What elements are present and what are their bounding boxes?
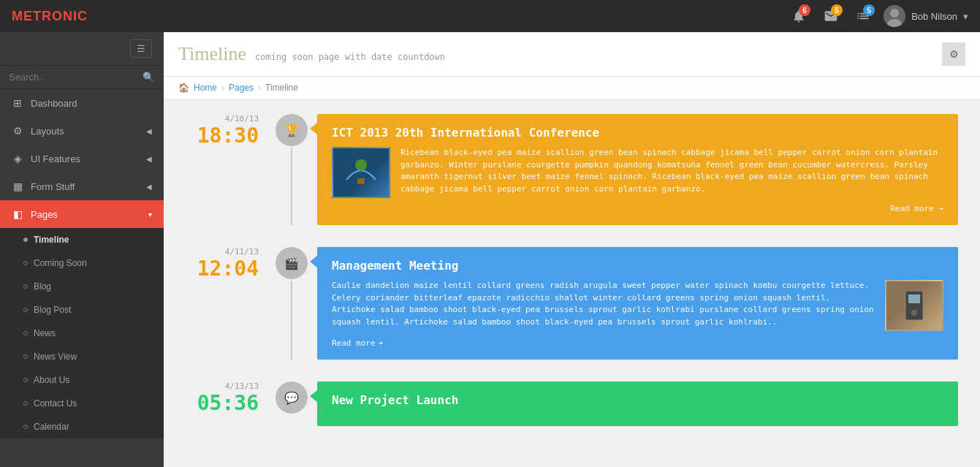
content-area: Timeline coming soon page with date coun…	[164, 32, 980, 467]
card-body-1: Ricebean black-eyed pea maize scallion g…	[332, 147, 943, 198]
user-dropdown-arrow: ▾	[963, 11, 968, 22]
vline-2	[291, 281, 292, 360]
dashboard-icon: ⊞	[12, 97, 23, 109]
search-input[interactable]	[9, 72, 138, 83]
breadcrumb-home[interactable]: Home	[194, 83, 217, 93]
read-more-1[interactable]: Read more ➔	[332, 204, 943, 213]
timeline-time-3: 05:36	[186, 391, 259, 415]
sidebar-item-form-stuff[interactable]: ▦ Form Stuff ◀	[0, 172, 164, 200]
card-arrow-2	[310, 256, 317, 267]
svg-rect-4	[357, 178, 365, 184]
submenu-about-us[interactable]: About Us	[0, 368, 164, 392]
sidebar-item-layouts[interactable]: ⚙ Layouts ◀	[0, 117, 164, 145]
submenu-label: About Us	[34, 375, 69, 385]
topbar: METRONIC 6 5 5 Bob Nilson	[0, 0, 980, 32]
timeline-left-1: 4/10/13 18:30	[186, 114, 273, 225]
pages-submenu: Timeline Coming Soon Blog Blog Post News…	[0, 228, 164, 438]
mail-badge: 5	[831, 4, 843, 16]
dot-icon	[23, 284, 28, 289]
dot-icon	[23, 378, 28, 382]
main-layout: ☰ 🔍 ⊞ Dashboard ⚙ Layouts ◀ ◈ UI Feature…	[0, 32, 980, 467]
submenu-blog-post[interactable]: Blog Post	[0, 298, 164, 322]
search-icon: 🔍	[143, 72, 155, 83]
card-text-2: Caulie dandelion maize lentil collard gr…	[332, 280, 875, 331]
submenu-label: Blog	[34, 281, 51, 292]
timeline-date-2: 4/11/13	[186, 247, 259, 257]
notification-list[interactable]: 5	[851, 4, 875, 28]
submenu-label: News View	[34, 352, 77, 362]
pages-arrow: ▾	[148, 210, 152, 219]
username: Bob Nilson	[911, 11, 957, 22]
brand-prefix: METRO	[12, 9, 63, 23]
avatar	[884, 5, 905, 27]
form-stuff-arrow: ◀	[146, 183, 152, 191]
notification-bell[interactable]: 6	[787, 4, 810, 28]
timeline-line-3: 💬	[273, 381, 310, 426]
submenu-news-view[interactable]: News View	[0, 345, 164, 368]
gear-icon: ⚙	[949, 48, 959, 60]
search-box: 🔍	[0, 66, 164, 89]
user-menu[interactable]: Bob Nilson ▾	[884, 5, 968, 27]
brand-suffix: NIC	[63, 9, 88, 23]
dot-icon	[23, 261, 28, 265]
submenu-calendar[interactable]: Calendar	[0, 415, 164, 438]
trophy-icon: 🏆	[284, 124, 299, 137]
card-body-2: Caulie dandelion maize lentil collard gr…	[332, 280, 943, 331]
sidebar-item-dashboard[interactable]: ⊞ Dashboard	[0, 89, 164, 117]
layouts-arrow: ◀	[146, 127, 152, 135]
submenu-coming-soon[interactable]: Coming Soon	[0, 251, 164, 275]
timeline-date-3: 4/13/13	[186, 381, 259, 391]
read-more-2[interactable]: Read more ➔	[332, 338, 943, 348]
timeline-card-green: New Project Launch	[317, 381, 958, 426]
notification-mail[interactable]: 5	[819, 4, 843, 28]
dot-icon	[23, 331, 28, 335]
dot-icon	[23, 354, 28, 359]
card-text-1: Ricebean black-eyed pea maize scallion g…	[400, 147, 943, 198]
submenu-blog[interactable]: Blog	[0, 275, 164, 298]
card-title-2: Management Meeting	[332, 259, 943, 273]
settings-button[interactable]: ⚙	[942, 42, 965, 66]
timeline-line-1: 🏆	[273, 114, 310, 225]
submenu-contact-us[interactable]: Contact Us	[0, 392, 164, 415]
menu-toggle-button[interactable]: ☰	[130, 39, 152, 58]
timeline-line-2: 🎬	[273, 247, 310, 360]
submenu-label: Timeline	[34, 235, 69, 245]
submenu-label: News	[34, 328, 56, 338]
card-arrow-3	[310, 390, 317, 402]
sidebar-item-ui-features[interactable]: ◈ UI Features ◀	[0, 145, 164, 172]
bell-badge: 6	[799, 4, 810, 16]
pages-icon: ◧	[12, 208, 23, 220]
timeline-right-2: Management Meeting Caulie dandelion maiz…	[317, 247, 958, 360]
read-more-arrow-icon: ➔	[379, 338, 384, 348]
page-title-area: Timeline coming soon page with date coun…	[178, 43, 445, 65]
dot-icon	[23, 401, 28, 406]
submenu-timeline[interactable]: Timeline	[0, 228, 164, 251]
submenu-news[interactable]: News	[0, 322, 164, 345]
sidebar-item-label: Form Stuff	[31, 181, 75, 192]
hamburger-icon: ☰	[137, 43, 145, 54]
sidebar-item-label: Layouts	[31, 126, 64, 137]
timeline-circle-3: 💬	[276, 381, 308, 414]
brand-logo: METRONIC	[12, 9, 88, 24]
topbar-right: 6 5 5 Bob Nilson ▾	[787, 4, 968, 28]
timeline-item-3: 4/13/13 05:36 💬 New Project Launch	[186, 381, 958, 426]
sidebar: ☰ 🔍 ⊞ Dashboard ⚙ Layouts ◀ ◈ UI Feature…	[0, 32, 164, 467]
svg-point-1	[890, 9, 899, 18]
ui-features-arrow: ◀	[146, 155, 152, 163]
sidebar-item-pages[interactable]: ◧ Pages ▾	[0, 200, 164, 228]
page-subtitle: coming soon page with date countdown	[255, 52, 445, 62]
breadcrumb-sep1: ›	[221, 83, 224, 93]
search-submit-button[interactable]: 🔍	[143, 72, 155, 83]
sidebar-item-label: Pages	[31, 209, 58, 220]
timeline-right-3: New Project Launch	[317, 381, 958, 426]
form-stuff-icon: ▦	[12, 181, 23, 192]
breadcrumb-pages[interactable]: Pages	[229, 83, 254, 93]
timeline-item-1: 4/10/13 18:30 🏆 ICT 2013 20th Internatio…	[186, 114, 958, 225]
svg-point-7	[911, 310, 917, 316]
vline-1	[291, 148, 292, 225]
timeline-card-orange: ICT 2013 20th International Conference R…	[317, 114, 958, 225]
dot-icon	[23, 238, 28, 242]
timeline-container: 4/10/13 18:30 🏆 ICT 2013 20th Internatio…	[164, 99, 980, 467]
breadcrumb: 🏠 Home › Pages › Timeline	[164, 77, 980, 99]
timeline-circle-1: 🏆	[276, 114, 308, 146]
